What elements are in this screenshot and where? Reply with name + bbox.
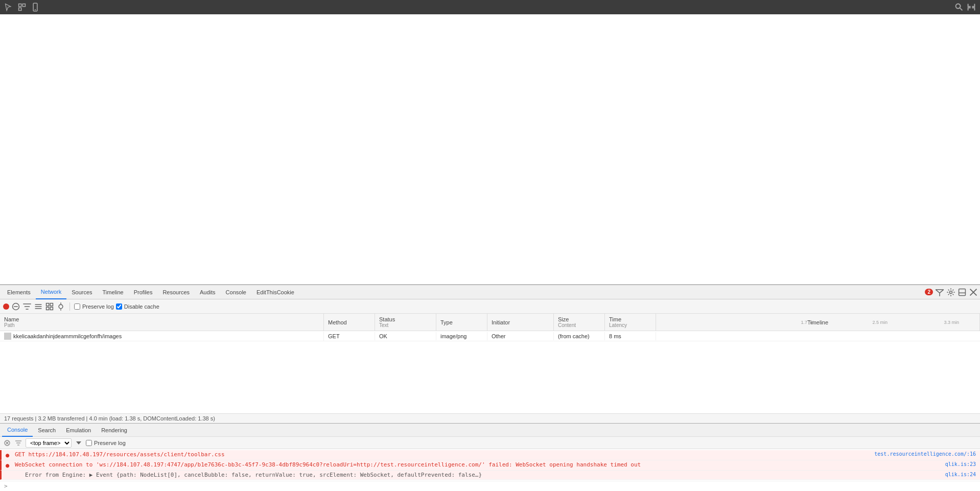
console-prompt: > xyxy=(0,481,980,491)
preserve-log-checkbox[interactable] xyxy=(74,303,80,310)
main-page xyxy=(0,14,980,285)
svg-rect-23 xyxy=(46,307,49,310)
svg-rect-9 xyxy=(959,289,966,295)
filter-icon[interactable] xyxy=(22,302,32,311)
error-badge: 2 xyxy=(925,289,933,295)
tab-console-main[interactable]: Console xyxy=(2,424,33,437)
console-messages: ● GET https://184.107.48.197/resources/a… xyxy=(0,449,980,481)
frame-dropdown-icon[interactable] xyxy=(75,439,83,447)
cell-type: image/png xyxy=(436,332,487,340)
console-message-3: Error from Engine: ▶ Event {path: NodeLi… xyxy=(0,471,980,480)
preserve-log-label[interactable]: Preserve log xyxy=(74,303,114,310)
svg-rect-1 xyxy=(22,4,25,7)
mobile-icon[interactable] xyxy=(31,3,40,12)
toolbar-divider xyxy=(69,302,70,311)
network-table: Name Path Method Status Text Type Initia… xyxy=(0,314,980,423)
console-filter-btn[interactable] xyxy=(14,439,22,447)
table-row[interactable]: kkelicaakdanhinjdeammmilcgefonfh/images … xyxy=(0,331,980,341)
error-icon-1: ● xyxy=(6,452,13,459)
prompt-symbol: > xyxy=(4,483,8,489)
svg-rect-28 xyxy=(5,334,10,339)
devtools-tabs: Elements Network Sources Timeline Profil… xyxy=(0,285,980,299)
cell-status: OK xyxy=(375,332,436,340)
network-table-header: Name Path Method Status Text Type Initia… xyxy=(0,314,980,331)
tab-editthiscookie[interactable]: EditThisCookie xyxy=(251,285,299,299)
col-type[interactable]: Type xyxy=(436,314,487,331)
tab-elements[interactable]: Elements xyxy=(2,285,36,299)
tab-resources[interactable]: Resources xyxy=(157,285,195,299)
devtools-tabs-right: 2 xyxy=(925,288,978,297)
console-message-2: ● WebSocket connection to 'ws://184.107.… xyxy=(0,460,980,471)
timeline-marker-1: 1.7 min xyxy=(801,320,816,325)
msg-text-3: Error from Engine: ▶ Event {path: NodeLi… xyxy=(15,472,941,478)
tab-audits[interactable]: Audits xyxy=(195,285,221,299)
network-toolbar: Preserve log Disable cache xyxy=(0,299,980,314)
record-button[interactable] xyxy=(3,303,9,310)
col-status[interactable]: Status Text xyxy=(375,314,436,331)
col-size[interactable]: Size Content xyxy=(554,314,605,331)
console-preserve-checkbox[interactable] xyxy=(86,440,92,446)
list-view-icon[interactable] xyxy=(34,302,43,311)
frame-select[interactable]: <top frame> xyxy=(26,438,72,448)
col-method[interactable]: Method xyxy=(324,314,375,331)
search-icon[interactable] xyxy=(954,3,964,12)
clear-icon[interactable] xyxy=(11,302,20,311)
svg-point-5 xyxy=(956,4,961,9)
devtools-panel: Elements Network Sources Timeline Profil… xyxy=(0,285,980,491)
tab-search[interactable]: Search xyxy=(33,424,61,437)
network-summary: 17 requests | 3.2 MB transferred | 4.0 m… xyxy=(0,413,980,423)
tab-timeline[interactable]: Timeline xyxy=(98,285,129,299)
devtools-top-bar-right xyxy=(954,3,976,12)
grid-view-icon[interactable] xyxy=(45,302,54,311)
svg-point-8 xyxy=(949,291,952,293)
col-timeline[interactable]: Timeline 1.7 min 2.5 min 3.3 min xyxy=(656,314,980,331)
console-clear-icon[interactable] xyxy=(3,439,11,447)
error-icon-2: ● xyxy=(6,462,13,469)
cell-method: GET xyxy=(324,332,375,340)
network-table-body: kkelicaakdanhinjdeammmilcgefonfh/images … xyxy=(0,331,980,413)
disable-cache-label[interactable]: Disable cache xyxy=(116,303,159,310)
msg-text-1: GET https://184.107.48.197/resources/ass… xyxy=(15,451,870,458)
file-icon xyxy=(4,333,11,340)
cell-time: 8 ms xyxy=(605,332,656,340)
devtools-top-bar xyxy=(0,0,980,14)
svg-rect-2 xyxy=(19,8,21,10)
svg-rect-22 xyxy=(50,303,53,306)
disable-cache-checkbox[interactable] xyxy=(116,303,122,310)
col-initiator[interactable]: Initiator xyxy=(487,314,554,331)
console-toolbar: <top frame> Preserve log xyxy=(0,437,980,449)
dock-icon[interactable] xyxy=(958,288,967,297)
msg-text-2: WebSocket connection to 'ws://184.107.48… xyxy=(15,461,941,468)
msg-source-3[interactable]: qlik.is:24 xyxy=(945,472,976,477)
expand-icon[interactable] xyxy=(967,3,976,12)
tab-console[interactable]: Console xyxy=(221,285,251,299)
svg-rect-0 xyxy=(19,4,21,7)
msg-source-1[interactable]: test.resourceintelligence.com/:16 xyxy=(874,451,976,457)
console-input[interactable] xyxy=(11,483,976,489)
msg-source-2[interactable]: qlik.is:23 xyxy=(945,461,976,467)
cursor-icon[interactable] xyxy=(4,3,13,12)
console-message-1: ● GET https://184.107.48.197/resources/a… xyxy=(0,450,980,460)
cell-size: (from cache) xyxy=(554,332,605,340)
col-time[interactable]: Time Latency xyxy=(605,314,656,331)
cell-name: kkelicaakdanhinjdeammmilcgefonfh/images xyxy=(0,332,324,341)
console-filter-icon[interactable] xyxy=(935,288,944,297)
close-devtools-icon[interactable] xyxy=(969,288,978,297)
cell-initiator: Other xyxy=(487,332,554,340)
console-tabs: Console Search Emulation Rendering xyxy=(0,424,980,437)
col-name[interactable]: Name Path xyxy=(0,314,324,331)
timeline-marker-2: 2.5 min xyxy=(872,320,888,325)
tab-sources[interactable]: Sources xyxy=(66,285,97,299)
tab-emulation[interactable]: Emulation xyxy=(61,424,96,437)
tab-profiles[interactable]: Profiles xyxy=(129,285,158,299)
tab-rendering[interactable]: Rendering xyxy=(96,424,132,437)
timeline-marker-3: 3.3 min xyxy=(944,320,959,325)
svg-rect-21 xyxy=(46,303,49,306)
settings-icon[interactable] xyxy=(946,288,955,297)
settings2-icon[interactable] xyxy=(56,302,65,311)
tab-network[interactable]: Network xyxy=(36,285,66,299)
console-preserve-label[interactable]: Preserve log xyxy=(86,440,126,446)
svg-line-6 xyxy=(960,8,963,11)
svg-point-25 xyxy=(59,305,63,309)
element-picker-icon[interactable] xyxy=(17,3,27,12)
